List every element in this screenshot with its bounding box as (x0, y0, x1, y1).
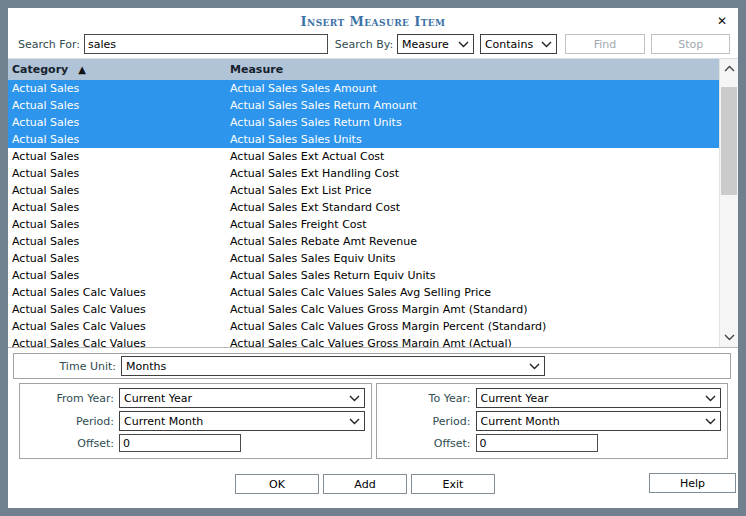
table-row[interactable]: Actual Sales Actual Sales Sales Return A… (8, 97, 719, 114)
time-unit-value: Months (126, 360, 525, 373)
search-row: Search For: Search By: Measure Contains … (18, 33, 730, 55)
table-row[interactable]: Actual Sales Calc Values Actual Sales Ca… (8, 301, 719, 318)
row-measure: Actual Sales Sales Equiv Units (230, 252, 719, 265)
row-measure: Actual Sales Sales Return Amount (230, 99, 719, 112)
from-period-value: Current Month (124, 415, 345, 428)
to-offset-input[interactable] (476, 434, 598, 452)
time-unit-select[interactable]: Months (121, 356, 545, 376)
row-measure: Actual Sales Rebate Amt Revenue (230, 235, 719, 248)
row-measure: Actual Sales Calc Values Gross Margin Pe… (230, 320, 719, 333)
from-period-select[interactable]: Current Month (119, 411, 365, 431)
chevron-down-icon (349, 418, 360, 425)
from-year-select[interactable]: Current Year (119, 388, 365, 408)
row-measure: Actual Sales Sales Units (230, 133, 719, 146)
time-unit-group: Time Unit: Months (13, 353, 731, 379)
scroll-up-icon[interactable] (720, 59, 738, 78)
table-row[interactable]: Actual Sales Actual Sales Sales Units (8, 131, 719, 148)
scroll-down-icon[interactable] (720, 328, 738, 347)
sort-ascending-icon: ▲ (78, 64, 86, 75)
row-category: Actual Sales (8, 150, 230, 163)
table-row[interactable]: Actual Sales Actual Sales Ext Standard C… (8, 199, 719, 216)
title-bar: Insert Measure Item ✕ (8, 8, 738, 36)
match-type-value: Contains (485, 38, 537, 51)
row-measure: Actual Sales Ext Handling Cost (230, 167, 719, 180)
row-category: Actual Sales Calc Values (8, 337, 230, 347)
to-period-label: Period: (383, 415, 471, 428)
from-period-label: Period: (26, 415, 114, 428)
table-row[interactable]: Actual Sales Calc Values Actual Sales Ca… (8, 335, 719, 347)
chevron-down-icon (349, 395, 360, 402)
table-row[interactable]: Actual Sales Actual Sales Freight Cost (8, 216, 719, 233)
from-year-label: From Year: (26, 392, 114, 405)
row-category: Actual Sales (8, 116, 230, 129)
from-offset-input[interactable] (119, 434, 241, 452)
row-measure: Actual Sales Sales Return Equiv Units (230, 269, 719, 282)
measure-column-header[interactable]: Measure (230, 63, 719, 76)
row-measure: Actual Sales Ext Standard Cost (230, 201, 719, 214)
row-category: Actual Sales Calc Values (8, 320, 230, 333)
table-row[interactable]: Actual Sales Actual Sales Sales Equiv Un… (8, 250, 719, 267)
table-row[interactable]: Actual Sales Actual Sales Ext Actual Cos… (8, 148, 719, 165)
chevron-down-icon (541, 41, 552, 48)
stop-button[interactable]: Stop (651, 34, 730, 54)
to-period-value: Current Month (481, 415, 702, 428)
row-measure: Actual Sales Calc Values Sales Avg Selli… (230, 286, 719, 299)
find-button[interactable]: Find (565, 34, 646, 54)
from-panel: From Year: Current Year Period: Current … (19, 383, 372, 459)
time-unit-label: Time Unit: (14, 360, 116, 373)
table-row[interactable]: Actual Sales Actual Sales Sales Amount (8, 80, 719, 97)
table-row[interactable]: Actual Sales Calc Values Actual Sales Ca… (8, 318, 719, 335)
add-button[interactable]: Add (323, 474, 407, 494)
exit-button[interactable]: Exit (411, 474, 495, 494)
ok-button[interactable]: OK (235, 474, 319, 494)
scrollbar-thumb[interactable] (721, 87, 737, 195)
table-row[interactable]: Actual Sales Actual Sales Sales Return U… (8, 114, 719, 131)
row-measure: Actual Sales Ext Actual Cost (230, 150, 719, 163)
table-row[interactable]: Actual Sales Actual Sales Rebate Amt Rev… (8, 233, 719, 250)
row-category: Actual Sales (8, 133, 230, 146)
chevron-down-icon (705, 395, 716, 402)
search-by-value: Measure (402, 38, 454, 51)
table-header: Category ▲ Measure (8, 59, 719, 80)
row-measure: Actual Sales Ext List Price (230, 184, 719, 197)
chevron-down-icon (458, 41, 469, 48)
help-button[interactable]: Help (649, 473, 736, 493)
to-year-select[interactable]: Current Year (476, 388, 722, 408)
row-measure: Actual Sales Freight Cost (230, 218, 719, 231)
row-category: Actual Sales (8, 252, 230, 265)
table-row[interactable]: Actual Sales Actual Sales Ext List Price (8, 182, 719, 199)
table-row[interactable]: Actual Sales Actual Sales Ext Handling C… (8, 165, 719, 182)
to-period-select[interactable]: Current Month (476, 411, 722, 431)
row-category: Actual Sales (8, 269, 230, 282)
row-category: Actual Sales (8, 82, 230, 95)
row-category: Actual Sales (8, 99, 230, 112)
category-column-header[interactable]: Category ▲ (8, 63, 230, 76)
search-for-label: Search For: (18, 38, 80, 51)
footer: OK Add Exit Help (8, 474, 738, 496)
table-row[interactable]: Actual Sales Calc Values Actual Sales Ca… (8, 284, 719, 301)
category-header-label: Category (12, 63, 68, 76)
table-body: Actual Sales Actual Sales Sales Amount A… (8, 80, 719, 347)
table-row[interactable]: Actual Sales Actual Sales Sales Return E… (8, 267, 719, 284)
to-year-value: Current Year (481, 392, 702, 405)
from-year-value: Current Year (124, 392, 345, 405)
search-input[interactable] (84, 34, 328, 54)
row-category: Actual Sales Calc Values (8, 303, 230, 316)
row-category: Actual Sales (8, 184, 230, 197)
search-by-select[interactable]: Measure (397, 34, 474, 54)
vertical-scrollbar[interactable] (719, 59, 738, 347)
dialog-title: Insert Measure Item (8, 14, 738, 29)
row-measure: Actual Sales Sales Return Units (230, 116, 719, 129)
chevron-down-icon (529, 363, 540, 370)
row-measure: Actual Sales Sales Amount (230, 82, 719, 95)
row-category: Actual Sales (8, 218, 230, 231)
row-category: Actual Sales (8, 201, 230, 214)
range-row: From Year: Current Year Period: Current … (19, 383, 728, 459)
match-type-select[interactable]: Contains (480, 34, 557, 54)
row-category: Actual Sales (8, 235, 230, 248)
close-icon[interactable]: ✕ (714, 13, 730, 29)
insert-measure-item-dialog: Insert Measure Item ✕ Search For: Search… (8, 8, 738, 508)
row-category: Actual Sales Calc Values (8, 286, 230, 299)
to-panel: To Year: Current Year Period: Current Mo… (376, 383, 729, 459)
measure-list: Category ▲ Measure Actual Sales Actual S… (8, 58, 738, 348)
